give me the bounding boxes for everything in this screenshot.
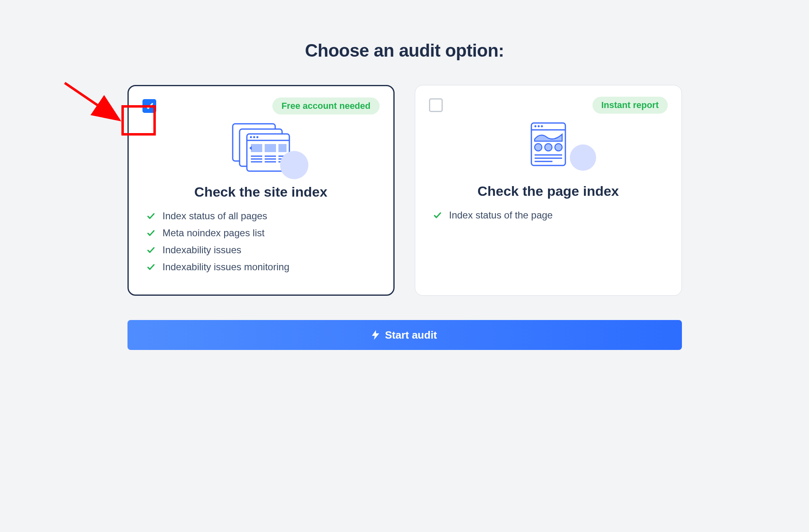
site-index-illustration	[142, 122, 380, 174]
check-icon	[433, 211, 442, 220]
feature-item: Indexability issues monitoring	[147, 261, 380, 273]
feature-item: Indexability issues	[147, 244, 380, 256]
badge-instant-report: Instant report	[592, 97, 668, 114]
audit-card-site-index[interactable]: Free account needed	[127, 85, 395, 296]
badge-free-account: Free account needed	[272, 97, 379, 114]
svg-rect-7	[251, 144, 262, 152]
check-icon	[145, 102, 154, 110]
check-icon	[147, 263, 155, 271]
page-icon	[528, 121, 569, 167]
svg-rect-8	[265, 144, 276, 152]
check-icon	[147, 229, 155, 237]
svg-point-27	[555, 144, 562, 151]
start-audit-button[interactable]: Start audit	[127, 320, 682, 350]
card-title-site-index: Check the site index	[142, 184, 380, 200]
check-icon	[147, 246, 155, 254]
card-header: Free account needed	[142, 97, 380, 114]
feature-label: Meta noindex pages list	[163, 227, 265, 239]
svg-point-24	[541, 125, 543, 127]
feature-label: Indexability issues	[163, 244, 242, 256]
feature-label: Index status of the page	[449, 210, 553, 221]
feature-list-site-index: Index status of all pages Meta noindex p…	[142, 210, 380, 273]
audit-cards-row: Free account needed	[127, 85, 682, 296]
svg-point-26	[545, 144, 552, 151]
feature-label: Indexability issues monitoring	[163, 261, 290, 273]
checkbox-page-index[interactable]	[429, 98, 443, 112]
lightning-icon	[372, 330, 379, 340]
card-title-page-index: Check the page index	[429, 183, 668, 199]
svg-point-23	[537, 125, 539, 127]
feature-item: Index status of the page	[433, 210, 668, 221]
audit-card-page-index[interactable]: Instant report Check the page inde	[415, 85, 682, 296]
svg-point-4	[250, 136, 252, 138]
audit-option-container: Choose an audit option: Free account nee…	[0, 0, 809, 350]
svg-point-25	[535, 144, 542, 151]
feature-item: Meta noindex pages list	[147, 227, 380, 239]
svg-rect-9	[278, 144, 287, 152]
check-icon	[147, 212, 155, 220]
svg-point-5	[253, 136, 255, 138]
checkbox-site-index[interactable]	[142, 99, 156, 113]
feature-label: Index status of all pages	[163, 210, 268, 222]
feature-item: Index status of all pages	[147, 210, 380, 222]
svg-point-6	[256, 136, 258, 138]
svg-point-22	[534, 125, 536, 127]
card-header: Instant report	[429, 97, 668, 114]
page-index-illustration	[429, 121, 668, 174]
feature-list-page-index: Index status of the page	[429, 210, 668, 221]
page-title: Choose an audit option:	[305, 40, 504, 61]
start-audit-label: Start audit	[385, 329, 437, 341]
